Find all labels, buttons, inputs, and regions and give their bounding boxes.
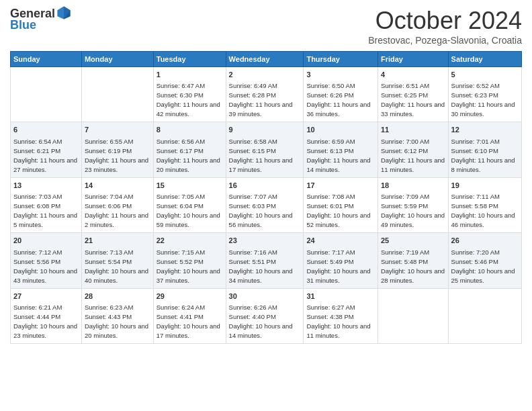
sunset-text: Sunset: 6:28 PM (229, 91, 276, 99)
calendar-cell: 3 Sunrise: 6:50 AM Sunset: 6:26 PM Dayli… (304, 67, 378, 122)
sunrise-text: Sunrise: 6:24 AM (157, 304, 205, 311)
sunset-text: Sunset: 6:26 PM (306, 91, 353, 99)
calendar-cell: 20 Sunrise: 7:12 AM Sunset: 5:56 PM Dayl… (11, 233, 82, 288)
sunrise-text: Sunrise: 7:04 AM (85, 193, 133, 200)
calendar-row-5: 27 Sunrise: 6:21 AM Sunset: 4:44 PM Dayl… (11, 288, 522, 343)
calendar-cell (378, 288, 448, 343)
day-number: 16 (229, 181, 301, 191)
daylight-text: Daylight: 11 hours and 5 minutes. (13, 212, 77, 228)
day-number: 24 (306, 236, 375, 246)
day-number: 23 (229, 236, 301, 246)
sunset-text: Sunset: 6:17 PM (157, 147, 204, 154)
sunset-text: Sunset: 6:25 PM (381, 91, 428, 99)
sunrise-text: Sunrise: 7:09 AM (381, 193, 429, 200)
sunrise-text: Sunrise: 7:15 AM (157, 248, 205, 256)
calendar-cell: 24 Sunrise: 7:17 AM Sunset: 5:49 PM Dayl… (304, 233, 378, 288)
daylight-text: Daylight: 10 hours and 49 minutes. (381, 212, 445, 228)
sunset-text: Sunset: 6:12 PM (381, 147, 428, 154)
daylight-text: Daylight: 10 hours and 59 minutes. (157, 212, 220, 228)
sunset-text: Sunset: 4:38 PM (306, 313, 353, 320)
sunrise-text: Sunrise: 6:56 AM (157, 138, 205, 145)
daylight-text: Daylight: 10 hours and 37 minutes. (157, 267, 220, 284)
sunset-text: Sunset: 6:13 PM (306, 147, 353, 154)
calendar-row-2: 6 Sunrise: 6:54 AM Sunset: 6:21 PM Dayli… (11, 122, 522, 177)
day-number: 31 (306, 291, 375, 302)
day-number: 18 (381, 181, 445, 191)
day-number: 5 (451, 70, 519, 80)
calendar-cell: 1 Sunrise: 6:47 AM Sunset: 6:30 PM Dayli… (153, 67, 226, 122)
daylight-text: Daylight: 10 hours and 20 minutes. (85, 322, 148, 339)
sunset-text: Sunset: 6:19 PM (85, 147, 132, 154)
sunset-text: Sunset: 5:54 PM (85, 258, 132, 265)
calendar-cell (448, 288, 521, 343)
calendar-cell: 10 Sunrise: 6:59 AM Sunset: 6:13 PM Dayl… (304, 122, 378, 177)
logo: General Blue (10, 7, 71, 32)
logo-icon (56, 5, 71, 20)
daylight-text: Daylight: 11 hours and 33 minutes. (381, 101, 445, 118)
sunrise-text: Sunrise: 7:07 AM (229, 193, 277, 200)
month-title: October 2024 (368, 7, 522, 35)
calendar-cell: 19 Sunrise: 7:11 AM Sunset: 5:58 PM Dayl… (448, 177, 521, 232)
daylight-text: Daylight: 10 hours and 31 minutes. (306, 267, 370, 284)
calendar-cell: 26 Sunrise: 7:20 AM Sunset: 5:46 PM Dayl… (448, 233, 521, 288)
col-friday: Friday (378, 52, 448, 67)
sunset-text: Sunset: 6:30 PM (157, 91, 204, 99)
column-headers: Sunday Monday Tuesday Wednesday Thursday… (11, 52, 522, 67)
sunrise-text: Sunrise: 6:21 AM (13, 304, 62, 311)
sunset-text: Sunset: 5:46 PM (451, 258, 498, 265)
sunset-text: Sunset: 6:21 PM (13, 147, 60, 154)
daylight-text: Daylight: 10 hours and 25 minutes. (451, 267, 515, 284)
sunrise-text: Sunrise: 6:55 AM (85, 138, 133, 145)
daylight-text: Daylight: 11 hours and 27 minutes. (13, 156, 77, 173)
sunset-text: Sunset: 6:10 PM (451, 147, 498, 154)
day-number: 20 (13, 236, 79, 246)
daylight-text: Daylight: 11 hours and 11 minutes. (381, 156, 445, 173)
col-tuesday: Tuesday (153, 52, 226, 67)
title-block: October 2024 Brestovac, Pozega-Slavonia,… (368, 7, 522, 46)
sunrise-text: Sunrise: 7:19 AM (381, 248, 429, 256)
day-number: 19 (451, 181, 519, 191)
sunrise-text: Sunrise: 6:58 AM (229, 138, 277, 145)
page-header: General Blue October 2024 Brestovac, Poz… (10, 7, 522, 46)
calendar-cell: 12 Sunrise: 7:01 AM Sunset: 6:10 PM Dayl… (448, 122, 521, 177)
calendar-cell: 27 Sunrise: 6:21 AM Sunset: 4:44 PM Dayl… (11, 288, 82, 343)
day-number: 30 (229, 291, 301, 302)
daylight-text: Daylight: 10 hours and 52 minutes. (306, 212, 370, 228)
sunrise-text: Sunrise: 7:01 AM (451, 138, 500, 145)
sunset-text: Sunset: 6:06 PM (85, 202, 132, 210)
calendar-cell: 30 Sunrise: 6:26 AM Sunset: 4:40 PM Dayl… (226, 288, 304, 343)
sunset-text: Sunset: 5:51 PM (229, 258, 276, 265)
day-number: 26 (451, 236, 519, 246)
day-number: 15 (157, 181, 223, 191)
calendar-row-4: 20 Sunrise: 7:12 AM Sunset: 5:56 PM Dayl… (11, 233, 522, 288)
calendar-cell: 4 Sunrise: 6:51 AM Sunset: 6:25 PM Dayli… (378, 67, 448, 122)
daylight-text: Daylight: 10 hours and 46 minutes. (451, 212, 515, 228)
day-number: 4 (381, 70, 445, 80)
calendar-cell: 7 Sunrise: 6:55 AM Sunset: 6:19 PM Dayli… (81, 122, 153, 177)
day-number: 11 (381, 125, 445, 135)
day-number: 17 (306, 181, 375, 191)
sunrise-text: Sunrise: 7:11 AM (451, 193, 500, 200)
calendar-cell: 31 Sunrise: 6:27 AM Sunset: 4:38 PM Dayl… (304, 288, 378, 343)
daylight-text: Daylight: 11 hours and 23 minutes. (85, 156, 148, 173)
day-number: 10 (306, 125, 375, 135)
daylight-text: Daylight: 10 hours and 14 minutes. (229, 322, 293, 339)
day-number: 9 (229, 125, 301, 135)
sunrise-text: Sunrise: 7:03 AM (13, 193, 62, 200)
sunrise-text: Sunrise: 6:54 AM (13, 138, 62, 145)
calendar-cell: 8 Sunrise: 6:56 AM Sunset: 6:17 PM Dayli… (153, 122, 226, 177)
calendar-cell: 23 Sunrise: 7:16 AM Sunset: 5:51 PM Dayl… (226, 233, 304, 288)
col-saturday: Saturday (448, 52, 521, 67)
col-thursday: Thursday (304, 52, 378, 67)
calendar-cell: 22 Sunrise: 7:15 AM Sunset: 5:52 PM Dayl… (153, 233, 226, 288)
sunrise-text: Sunrise: 7:08 AM (306, 193, 355, 200)
sunset-text: Sunset: 6:01 PM (306, 202, 353, 210)
location-text: Brestovac, Pozega-Slavonia, Croatia (368, 35, 522, 46)
day-number: 14 (85, 181, 150, 191)
sunset-text: Sunset: 5:59 PM (381, 202, 428, 210)
sunrise-text: Sunrise: 6:52 AM (451, 82, 500, 89)
day-number: 28 (85, 291, 150, 302)
sunset-text: Sunset: 6:04 PM (157, 202, 204, 210)
calendar-cell: 2 Sunrise: 6:49 AM Sunset: 6:28 PM Dayli… (226, 67, 304, 122)
calendar-row-3: 13 Sunrise: 7:03 AM Sunset: 6:08 PM Dayl… (11, 177, 522, 232)
